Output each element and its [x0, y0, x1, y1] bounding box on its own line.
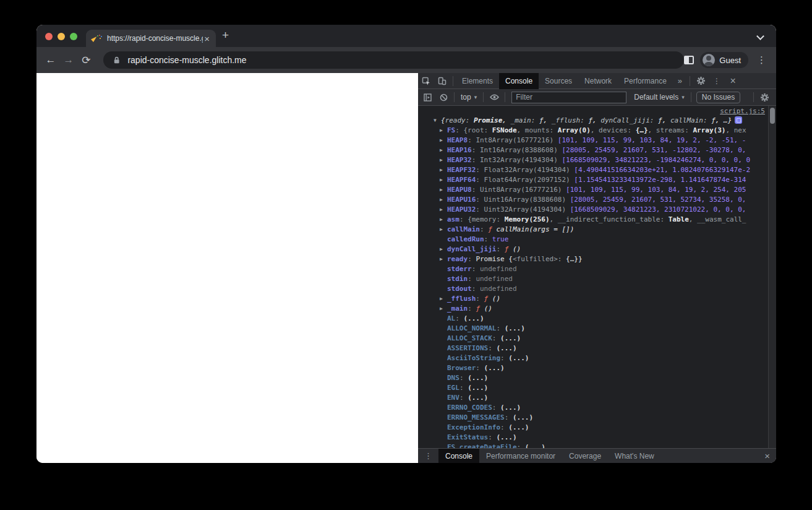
console-text-segment: (...) [496, 344, 516, 352]
drawer-menu-icon[interactable]: ⋮ [418, 451, 438, 460]
tab-close-icon[interactable]: × [203, 34, 211, 43]
side-panel-icon[interactable] [684, 56, 694, 64]
console-text-segment: HEAP8 [447, 136, 468, 144]
frame-context-dropdown[interactable]: top ▾ [457, 93, 481, 102]
console-sidebar-icon[interactable] [419, 89, 435, 105]
disclosure-triangle-icon[interactable]: ▶ [440, 185, 447, 195]
disclosure-triangle-icon[interactable]: ▶ [440, 155, 447, 165]
console-settings-gear-icon[interactable] [756, 89, 772, 105]
disclosure-triangle-icon[interactable]: ▶ [440, 304, 447, 314]
back-button[interactable]: ← [43, 52, 59, 68]
inspect-element-icon[interactable] [418, 73, 434, 89]
disclosure-triangle-icon[interactable]: ▶ [440, 205, 447, 215]
console-text-segment: ready: [445, 116, 474, 124]
log-levels-dropdown[interactable]: Default levels ▾ [630, 93, 688, 102]
console-text-segment: ExceptionInfo [447, 423, 500, 431]
device-toolbar-icon[interactable] [434, 73, 450, 89]
filter-input[interactable] [511, 92, 626, 103]
console-text-segment: (...) [484, 364, 505, 372]
console-text-segment: [28005, 25459, 21607, 531, 52734, 35258,… [570, 196, 746, 204]
console-line: ▶HEAP16: Int16Array(8388608) [28005, 254… [418, 145, 776, 155]
console-line: ExceptionInfo: (...) [418, 423, 776, 433]
console-text-segment: , [592, 116, 600, 124]
disclosure-triangle-icon[interactable]: ▶ [440, 225, 447, 235]
disclosure-triangle-icon[interactable]: ▶ [440, 215, 447, 225]
devtools-close-icon[interactable]: × [725, 73, 741, 89]
console-line: ▶_fflush: ƒ () [418, 294, 776, 304]
disclosure-triangle-icon[interactable]: ▶ [440, 136, 447, 145]
disclosure-triangle-icon[interactable]: ▶ [440, 254, 447, 264]
tab-elements[interactable]: Elements [456, 73, 499, 89]
console-line: stdin: undefined [418, 274, 776, 284]
live-expression-eye-icon[interactable] [486, 89, 502, 105]
scrollbar-thumb[interactable] [770, 108, 775, 124]
disclosure-triangle-icon[interactable]: ▶ [440, 195, 447, 205]
browser-menu-icon[interactable]: ⋮ [754, 54, 769, 66]
console-text-segment: Uint16Array(8388608) [484, 196, 570, 204]
console-scrollbar[interactable] [768, 106, 776, 448]
chevron-down-icon[interactable] [758, 33, 764, 39]
console-text-segment: EGL [447, 384, 459, 392]
disclosure-triangle-icon[interactable]: ▼ [434, 116, 441, 126]
console-line: stderr: undefined [418, 264, 776, 274]
source-link[interactable]: script.js:5 [720, 107, 765, 115]
disclosure-triangle-icon[interactable]: ▶ [440, 165, 447, 175]
console-text-segment: (...) [496, 433, 516, 441]
more-tabs-button[interactable]: » [673, 76, 687, 85]
console-line: Browser: (...) [418, 363, 776, 373]
console-text-segment: } [578, 255, 583, 263]
tab-console[interactable]: Console [499, 73, 539, 89]
console-text-segment: : [459, 374, 468, 382]
drawer-tab-whats-new[interactable]: What's New [608, 449, 661, 464]
profile-button[interactable]: Guest [700, 52, 748, 68]
console-text-segment: ERRNO_CODES [447, 404, 492, 412]
disclosure-triangle-icon[interactable]: ▶ [440, 294, 447, 304]
console-text-segment: [28005, 25459, 21607, 531, -12802, -3027… [562, 146, 746, 154]
console-text-segment: ƒ [488, 225, 496, 233]
new-tab-button[interactable]: + [222, 28, 229, 42]
close-window-button[interactable] [45, 33, 53, 40]
tab-network[interactable]: Network [578, 73, 618, 89]
disclosure-triangle-icon[interactable]: ▶ [440, 244, 447, 254]
drawer-tab-performance-monitor[interactable]: Performance monitor [479, 449, 562, 464]
console-text-segment: _fflush: [552, 116, 589, 124]
devtools-menu-icon[interactable]: ⋮ [709, 73, 725, 89]
reload-button[interactable]: ⟳ [79, 52, 95, 68]
memory-inspector-icon[interactable] [735, 116, 742, 124]
console-text-segment: [1668509029, 34821223, 2310721022, 0, 0,… [570, 205, 746, 214]
console-text-segment: callMain: [670, 116, 711, 124]
console-text-segment: : [455, 126, 463, 134]
tab-title: https://rapid-concise-muscle.g [107, 34, 203, 43]
disclosure-triangle-icon[interactable]: ▶ [440, 126, 447, 136]
issues-button[interactable]: No Issues [696, 92, 740, 103]
tab-sources[interactable]: Sources [539, 73, 578, 89]
console-text-segment: Array(3) [693, 126, 725, 134]
page-viewport [36, 73, 418, 463]
console-text-segment: Int32Array(4194304) [480, 156, 562, 164]
zoom-window-button[interactable] [70, 33, 77, 40]
forward-button[interactable]: → [61, 52, 77, 68]
clear-console-icon[interactable] [435, 89, 451, 105]
console-text-segment: (...) [468, 384, 488, 392]
console-text-segment: FS [447, 126, 455, 134]
console-text-segment: : [480, 225, 488, 233]
console-text-segment: , [502, 116, 510, 124]
settings-gear-icon[interactable] [693, 73, 709, 89]
disclosure-triangle-icon[interactable]: ▶ [440, 145, 447, 155]
browser-tab[interactable]: https://rapid-concise-muscle.g × [86, 30, 216, 47]
console-text-segment: undefined [480, 265, 517, 273]
drawer-tab-console[interactable]: Console [438, 449, 479, 464]
drawer-close-icon[interactable]: × [758, 451, 776, 461]
console-line: ▶HEAPU16: Uint16Array(8388608) [28005, 2… [418, 195, 776, 205]
tab-performance[interactable]: Performance [618, 73, 673, 89]
url-bar[interactable]: rapid-concise-muscle.glitch.me [103, 51, 684, 69]
caret-down-icon: ▾ [474, 94, 477, 100]
console-text-segment: stderr [447, 265, 472, 273]
drawer-tab-coverage[interactable]: Coverage [562, 449, 608, 464]
minimize-window-button[interactable] [58, 33, 65, 40]
console-text-segment: , mounts: [517, 126, 558, 134]
console-line: FS_createDataFile: (...) [418, 443, 776, 448]
disclosure-triangle-icon[interactable]: ▶ [440, 175, 447, 185]
console-text-segment: HEAPU16 [447, 196, 476, 204]
console-text-segment: : [496, 324, 504, 332]
